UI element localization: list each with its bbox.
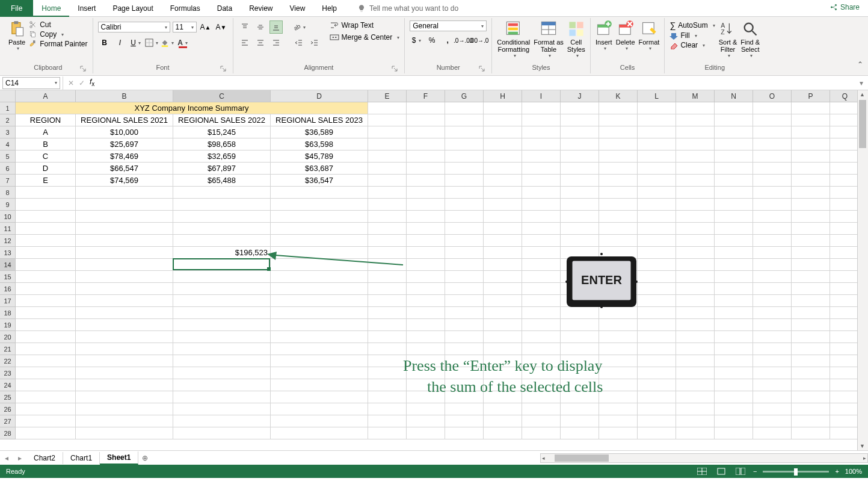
spreadsheet-grid[interactable]: ABCDEFGHIJKLMNOPQ 1234567891011121314151… — [0, 90, 868, 450]
column-header-I[interactable]: I — [522, 90, 561, 102]
tab-home[interactable]: Home — [33, 0, 69, 17]
autosum-button[interactable]: ∑AutoSum▾ — [669, 20, 715, 30]
name-box[interactable]: C14▾ — [2, 77, 60, 89]
cell-A3[interactable]: A — [16, 126, 76, 138]
clear-button[interactable]: Clear▾ — [669, 41, 715, 49]
enter-formula-button[interactable]: ✓ — [79, 79, 85, 87]
sheet-nav-prev[interactable]: ◂ — [0, 454, 13, 462]
cell-C5[interactable]: $32,659 — [173, 150, 271, 163]
accounting-format-button[interactable]: $▾ — [410, 34, 423, 47]
column-header-D[interactable]: D — [271, 90, 368, 102]
tab-data[interactable]: Data — [209, 0, 241, 17]
align-right-button[interactable] — [269, 36, 283, 49]
row-header-27[interactable]: 27 — [0, 415, 16, 427]
decrease-indent-button[interactable] — [292, 36, 306, 49]
row-header-7[interactable]: 7 — [0, 175, 16, 187]
row-header-9[interactable]: 9 — [0, 199, 16, 211]
row-header-14[interactable]: 14 — [0, 259, 16, 271]
column-header-N[interactable]: N — [715, 90, 753, 102]
column-header-M[interactable]: M — [676, 90, 715, 102]
column-header-L[interactable]: L — [638, 90, 676, 102]
italic-button[interactable]: I — [114, 36, 127, 49]
row-header-23[interactable]: 23 — [0, 367, 16, 379]
cell-D7[interactable]: $36,547 — [271, 175, 368, 187]
row-header-11[interactable]: 11 — [0, 223, 16, 235]
format-as-table-button[interactable]: Format as Table▾ — [534, 20, 564, 58]
sheet-tab-chart2[interactable]: Chart2 — [26, 452, 63, 464]
underline-button[interactable]: U▾ — [129, 36, 143, 49]
font-size-combo[interactable]: 11▾ — [173, 22, 197, 33]
conditional-formatting-button[interactable]: Conditional Formatting▾ — [497, 20, 530, 58]
column-header-A[interactable]: A — [16, 90, 76, 102]
horizontal-scrollbar[interactable]: ◂▸ — [540, 453, 868, 463]
share-button[interactable]: Share — [830, 3, 860, 11]
merge-center-button[interactable]: Merge & Center▾ — [330, 33, 400, 42]
cell-styles-button[interactable]: Cell Styles▾ — [567, 20, 585, 58]
row-header-28[interactable]: 28 — [0, 427, 16, 439]
zoom-slider[interactable] — [763, 471, 829, 473]
cell-C3[interactable]: $15,245 — [173, 126, 271, 138]
view-page-break-button[interactable] — [734, 467, 747, 476]
number-format-combo[interactable]: General▾ — [410, 20, 487, 31]
row-header-2[interactable]: 2 — [0, 114, 16, 126]
increase-decimal-button[interactable]: .0→.00 — [457, 34, 470, 47]
row-header-24[interactable]: 24 — [0, 379, 16, 391]
align-middle-button[interactable] — [254, 20, 267, 34]
tell-me-search[interactable]: Tell me what you want to do — [357, 4, 458, 13]
cell-B3[interactable]: $10,000 — [76, 126, 173, 138]
font-family-combo[interactable]: Calibri▾ — [98, 22, 170, 33]
align-left-button[interactable] — [238, 36, 251, 49]
row-header-19[interactable]: 19 — [0, 319, 16, 331]
font-color-button[interactable]: A▾ — [176, 36, 189, 49]
select-all-corner[interactable] — [0, 90, 16, 102]
cell-A1[interactable]: XYZ Company Income Summary — [16, 102, 368, 114]
column-header-B[interactable]: B — [76, 90, 173, 102]
column-header-C[interactable]: C — [173, 90, 271, 102]
row-header-13[interactable]: 13 — [0, 247, 16, 259]
row-header-18[interactable]: 18 — [0, 307, 16, 319]
cell-C2[interactable]: REGIONAL SALES 2022 — [173, 114, 271, 126]
comma-button[interactable]: , — [441, 34, 454, 47]
cell-C13[interactable]: $196,523 — [173, 247, 271, 259]
cell-C6[interactable]: $67,897 — [173, 163, 271, 175]
column-header-F[interactable]: F — [407, 90, 445, 102]
column-header-G[interactable]: G — [445, 90, 484, 102]
view-normal-button[interactable] — [695, 467, 709, 476]
row-header-16[interactable]: 16 — [0, 283, 16, 295]
add-sheet-button[interactable]: ⊕ — [138, 454, 152, 462]
cell-A5[interactable]: C — [16, 150, 76, 163]
column-header-H[interactable]: H — [484, 90, 522, 102]
row-header-21[interactable]: 21 — [0, 343, 16, 355]
insert-cells-button[interactable]: Insert▾ — [596, 20, 612, 51]
cell-B5[interactable]: $78,469 — [76, 150, 173, 163]
cell-B7[interactable]: $74,569 — [76, 175, 173, 187]
view-page-layout-button[interactable] — [715, 467, 728, 476]
row-header-12[interactable]: 12 — [0, 235, 16, 247]
row-header-20[interactable]: 20 — [0, 331, 16, 343]
find-select-button[interactable]: Find & Select▾ — [740, 20, 760, 58]
align-top-button[interactable] — [238, 20, 251, 34]
delete-cells-button[interactable]: Delete▾ — [616, 20, 635, 51]
tab-file[interactable]: File — [0, 0, 33, 17]
increase-font-button[interactable]: A▲ — [199, 20, 212, 34]
expand-formula-bar-button[interactable]: ▾ — [860, 79, 863, 87]
tab-help[interactable]: Help — [313, 0, 345, 17]
cell-D6[interactable]: $63,687 — [271, 163, 368, 175]
fill-button[interactable]: Fill▾ — [669, 31, 715, 40]
decrease-decimal-button[interactable]: .00→.0 — [472, 34, 485, 47]
tab-formulas[interactable]: Formulas — [162, 0, 209, 17]
column-header-E[interactable]: E — [368, 90, 407, 102]
row-header-22[interactable]: 22 — [0, 355, 16, 367]
column-header-O[interactable]: O — [753, 90, 792, 102]
row-header-15[interactable]: 15 — [0, 271, 16, 283]
zoom-out-button[interactable]: − — [753, 468, 757, 475]
cell-B2[interactable]: REGIONAL SALES 2021 — [76, 114, 173, 126]
borders-button[interactable]: ▾ — [145, 36, 158, 49]
collapse-ribbon-button[interactable]: ⌃ — [857, 60, 863, 69]
dialog-launcher-icon[interactable] — [220, 65, 227, 72]
increase-indent-button[interactable] — [308, 36, 321, 49]
copy-button[interactable]: Copy▾ — [29, 30, 87, 39]
tab-review[interactable]: Review — [241, 0, 281, 17]
paste-button[interactable]: Paste▾ — [8, 20, 25, 51]
row-header-26[interactable]: 26 — [0, 403, 16, 415]
